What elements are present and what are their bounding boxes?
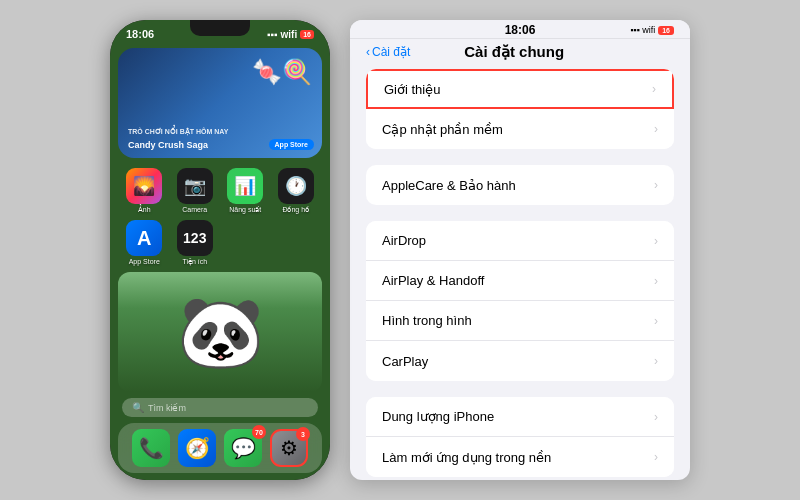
update-chevron: ›	[654, 122, 658, 136]
airdrop-chevron: ›	[654, 234, 658, 248]
carplay-label: CarPlay	[382, 354, 428, 369]
applecare-label: AppleCare & Bảo hành	[382, 178, 516, 193]
signal-icon: ▪▪▪	[267, 29, 278, 40]
app-icon-photos[interactable]: 🌄 Ảnh	[122, 168, 167, 214]
app-icon-calc[interactable]: 123 Tiện ích	[173, 220, 218, 266]
settings-panel: 18:06 ▪▪▪ wifi 16 ‹ Cài đặt Cài đặt chun…	[350, 20, 690, 480]
settings-row-gioithieu[interactable]: Giới thiệu ›	[366, 69, 674, 109]
camera-label: Camera	[182, 206, 207, 213]
dock-safari[interactable]: 🧭	[178, 429, 216, 467]
calc-label: Tiện ích	[182, 258, 207, 266]
dock-phone[interactable]: 📞	[132, 429, 170, 467]
phone-status-bar: 18:06 ▪▪▪ wifi 16	[110, 20, 330, 44]
phone-mockup: 18:06 ▪▪▪ wifi 16 🍬🍭 TRÒ CHƠI NỔI BẬT HÔ…	[110, 20, 330, 480]
app-icon-efficiency[interactable]: 📊 Năng suất	[223, 168, 268, 214]
app-icon-camera[interactable]: 📷 Camera	[173, 168, 218, 214]
clock-label: Đồng hồ	[282, 206, 309, 214]
settings-row-update[interactable]: Cập nhật phần mềm ›	[366, 109, 674, 149]
settings-title: Cài đặt chung	[414, 43, 674, 61]
calc-icon: 123	[177, 220, 213, 256]
settings-signal-icon: ▪▪▪ wifi	[630, 25, 655, 35]
applecare-chevron: ›	[654, 178, 658, 192]
settings-group-1: Giới thiệu › Cập nhật phần mềm ›	[366, 69, 674, 149]
photos-label: Ảnh	[138, 206, 151, 214]
pip-label: Hình trong hình	[382, 313, 472, 328]
app-grid: 🌄 Ảnh 📷 Camera 📊 Năng suất 🕐 Đồng hồ A	[110, 162, 330, 272]
airplay-chevron: ›	[654, 274, 658, 288]
settings-group-4: Dung lượng iPhone › Làm mới ứng dụng tro…	[366, 397, 674, 477]
messages-icon: 💬	[231, 436, 256, 460]
gioithieu-label: Giới thiệu	[384, 82, 440, 97]
background-label: Làm mới ứng dụng trong nền	[382, 450, 551, 465]
dock-messages[interactable]: 💬 70	[224, 429, 262, 467]
app-store-widget[interactable]: 🍬🍭 TRÒ CHƠI NỔI BẬT HÔM NAY Candy Crush …	[118, 48, 322, 158]
settings-row-background[interactable]: Làm mới ứng dụng trong nền ›	[366, 437, 674, 477]
settings-row-airplay[interactable]: AirPlay & Handoff ›	[366, 261, 674, 301]
settings-group-2: AppleCare & Bảo hành ›	[366, 165, 674, 205]
wifi-icon: wifi	[281, 29, 298, 40]
widget-store-label: App Store	[269, 139, 314, 150]
panda-background: 🐼	[118, 272, 322, 392]
airdrop-label: AirDrop	[382, 233, 426, 248]
settings-signal-icons: ▪▪▪ wifi 16	[630, 25, 674, 35]
search-icon: 🔍	[132, 402, 144, 413]
app-icon-clock[interactable]: 🕐 Đồng hồ	[274, 168, 319, 214]
appstore-icon: A	[126, 220, 162, 256]
messages-badge: 70	[252, 425, 266, 439]
efficiency-icon: 📊	[227, 168, 263, 204]
settings-group-3: AirDrop › AirPlay & Handoff › Hình trong…	[366, 221, 674, 381]
settings-row-airdrop[interactable]: AirDrop ›	[366, 221, 674, 261]
settings-row-carplay[interactable]: CarPlay ›	[366, 341, 674, 381]
pip-chevron: ›	[654, 314, 658, 328]
battery-badge: 16	[300, 30, 314, 39]
settings-time: 18:06	[505, 23, 536, 37]
camera-icon: 📷	[177, 168, 213, 204]
widget-game-name: Candy Crush Saga	[128, 140, 208, 150]
candy-decoration: 🍬🍭	[252, 58, 312, 86]
photos-icon: 🌄	[126, 168, 162, 204]
safari-icon: 🧭	[185, 436, 210, 460]
phone-icon: 📞	[139, 436, 164, 460]
airplay-label: AirPlay & Handoff	[382, 273, 484, 288]
search-placeholder: Tìm kiếm	[148, 403, 186, 413]
clock-icon: 🕐	[278, 168, 314, 204]
settings-list: Giới thiệu › Cập nhật phần mềm › AppleCa…	[350, 69, 690, 480]
widget-promo-label: TRÒ CHƠI NỔI BẬT HÔM NAY	[128, 128, 228, 136]
settings-row-storage[interactable]: Dung lượng iPhone ›	[366, 397, 674, 437]
app-icon-appstore[interactable]: A App Store	[122, 220, 167, 266]
storage-chevron: ›	[654, 410, 658, 424]
storage-label: Dung lượng iPhone	[382, 409, 494, 424]
settings-breadcrumb: ‹ Cài đặt Cài đặt chung	[350, 39, 690, 69]
appstore-label: App Store	[129, 258, 160, 265]
settings-row-pip[interactable]: Hình trong hình ›	[366, 301, 674, 341]
efficiency-label: Năng suất	[229, 206, 261, 214]
dock-settings[interactable]: ⚙ 3	[270, 429, 308, 467]
panda-emoji: 🐼	[177, 291, 264, 373]
phone-status-icons: ▪▪▪ wifi 16	[267, 29, 314, 40]
settings-badge: 3	[296, 427, 310, 441]
settings-back-button[interactable]: ‹ Cài đặt	[366, 45, 410, 59]
background-chevron: ›	[654, 450, 658, 464]
settings-icon: ⚙	[280, 436, 298, 460]
main-container: 18:06 ▪▪▪ wifi 16 🍬🍭 TRÒ CHƠI NỔI BẬT HÔ…	[0, 0, 800, 500]
settings-back-label: Cài đặt	[372, 45, 410, 59]
search-bar[interactable]: 🔍 Tìm kiếm	[122, 398, 318, 417]
carplay-chevron: ›	[654, 354, 658, 368]
gioithieu-chevron: ›	[652, 82, 656, 96]
chevron-left-icon: ‹	[366, 45, 370, 59]
phone-screen: 18:06 ▪▪▪ wifi 16 🍬🍭 TRÒ CHƠI NỔI BẬT HÔ…	[110, 20, 330, 480]
dock: 📞 🧭 💬 70 ⚙ 3	[118, 423, 322, 473]
update-label: Cập nhật phần mềm	[382, 122, 503, 137]
settings-status-bar: 18:06 ▪▪▪ wifi 16	[350, 20, 690, 39]
phone-time: 18:06	[126, 28, 154, 40]
settings-row-applecare[interactable]: AppleCare & Bảo hành ›	[366, 165, 674, 205]
settings-battery: 16	[658, 26, 674, 35]
